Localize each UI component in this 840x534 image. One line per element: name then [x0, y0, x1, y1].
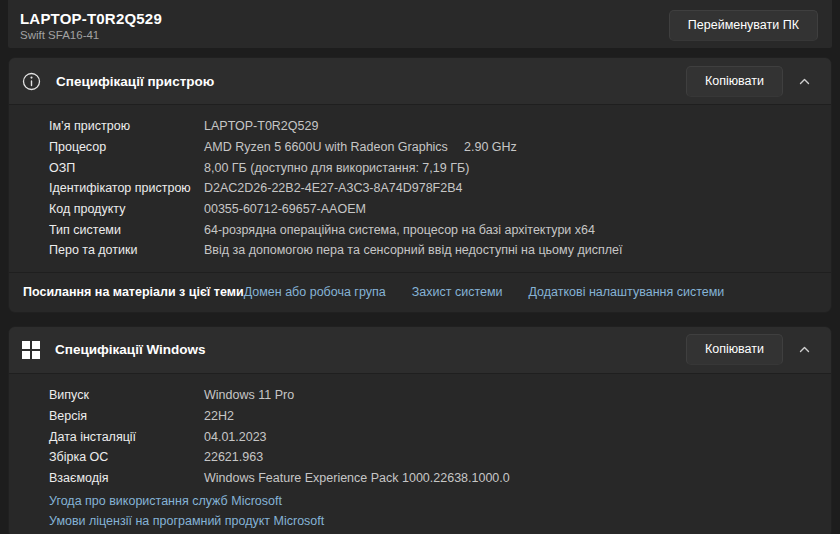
settings-about-page: LAPTOP-T0R2Q529 Swift SFA16-41 Переймену… — [0, 0, 840, 534]
spec-row-experience: Взаємодія Windows Feature Experience Pac… — [9, 468, 831, 489]
device-model: Swift SFA16-41 — [20, 29, 162, 41]
device-specs-card: Специфікації пристрою Копіювати Ім’я при… — [8, 57, 832, 313]
link-software-license-terms[interactable]: Умови ліцензії на програмний продукт Mic… — [49, 512, 831, 532]
link-services-agreement[interactable]: Угода про використання служб Microsoft — [49, 492, 831, 512]
spec-row-edition: Випуск Windows 11 Pro — [9, 385, 831, 406]
related-links-row: Посилання на матеріали з цієї теми Домен… — [9, 272, 831, 312]
copy-windows-specs-button[interactable]: Копіювати — [686, 334, 783, 365]
spec-row-system-type: Тип системи 64-розрядна операційна систе… — [9, 219, 831, 240]
spec-row-processor: Процесор AMD Ryzen 5 6600U with Radeon G… — [9, 137, 831, 158]
spec-row-version: Версія 22H2 — [9, 406, 831, 427]
info-icon — [22, 72, 41, 91]
device-specs-title: Специфікації пристрою — [56, 74, 686, 89]
spec-row-pen-touch: Перо та дотики Ввід за допомогою пера та… — [9, 240, 831, 261]
device-identity: LAPTOP-T0R2Q529 Swift SFA16-41 — [20, 10, 162, 41]
chevron-up-icon — [798, 75, 811, 88]
device-specs-header[interactable]: Специфікації пристрою Копіювати — [9, 58, 831, 105]
copy-device-specs-button[interactable]: Копіювати — [686, 66, 783, 97]
device-specs-body: Ім’я пристрою LAPTOP-T0R2Q529 Процесор A… — [9, 105, 831, 272]
spec-row-device-id: Ідентифікатор пристрою D2AC2D26-22B2-4E2… — [9, 178, 831, 199]
windows-specs-header[interactable]: Специфікації Windows Копіювати — [9, 327, 831, 374]
collapse-device-specs[interactable] — [789, 75, 819, 88]
chevron-up-icon — [798, 343, 811, 356]
collapse-windows-specs[interactable] — [789, 343, 819, 356]
windows-legal-links: Угода про використання служб Microsoft У… — [9, 488, 831, 534]
link-domain-workgroup[interactable]: Домен або робоча група — [244, 285, 386, 299]
link-advanced-system-settings[interactable]: Додаткові налаштування системи — [529, 285, 725, 299]
spec-row-device-name: Ім’я пристрою LAPTOP-T0R2Q529 — [9, 116, 831, 137]
device-name: LAPTOP-T0R2Q529 — [20, 10, 162, 27]
spec-row-ram: ОЗП 8,00 ГБ (доступно для використання: … — [9, 157, 831, 178]
spec-row-product-id: Код продукту 00355-60712-69657-AAOEM — [9, 199, 831, 220]
windows-specs-card: Специфікації Windows Копіювати Випуск Wi… — [8, 326, 832, 534]
rename-pc-button[interactable]: Перейменувати ПК — [669, 10, 818, 41]
spec-row-os-build: Збірка ОС 22621.963 — [9, 447, 831, 468]
link-system-protection[interactable]: Захист системи — [412, 285, 503, 299]
windows-specs-body: Випуск Windows 11 Pro Версія 22H2 Дата і… — [9, 374, 831, 534]
related-links-label: Посилання на матеріали з цієї теми — [23, 285, 244, 299]
windows-specs-title: Специфікації Windows — [55, 342, 686, 357]
spec-row-install-date: Дата інсталяції 04.01.2023 — [9, 426, 831, 447]
windows-logo-icon — [22, 341, 40, 359]
device-hero: LAPTOP-T0R2Q529 Swift SFA16-41 Переймену… — [8, 0, 832, 48]
